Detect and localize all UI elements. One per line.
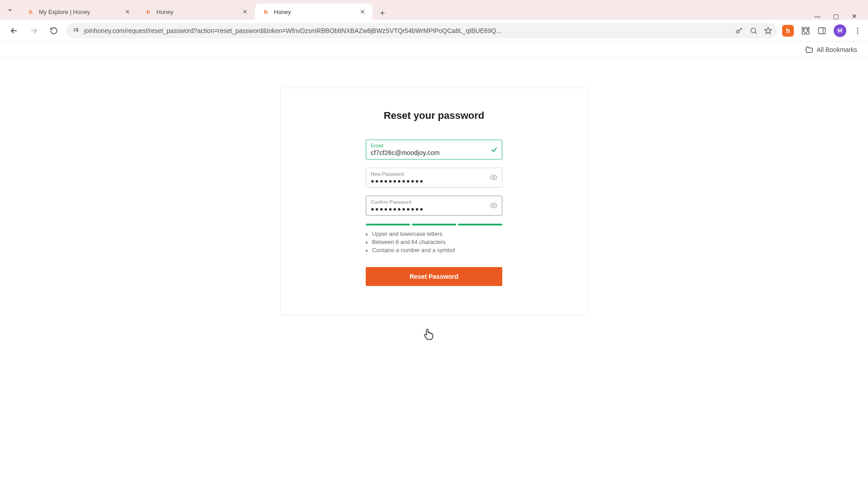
new-tab-button[interactable]: ＋ bbox=[375, 5, 390, 20]
email-label: Email bbox=[371, 143, 486, 148]
profile-initial: M bbox=[838, 27, 843, 34]
nav-forward-button[interactable] bbox=[26, 23, 42, 38]
honey-favicon-icon: h bbox=[145, 8, 152, 15]
browser-tab-0[interactable]: h My Explore | Honey ✕ bbox=[20, 4, 137, 20]
window-minimize-button[interactable]: — bbox=[814, 13, 821, 20]
new-password-label: New Password bbox=[371, 171, 486, 177]
svg-point-16 bbox=[493, 205, 495, 207]
zoom-icon[interactable] bbox=[750, 27, 758, 35]
nav-reload-button[interactable] bbox=[46, 23, 61, 38]
svg-point-6 bbox=[736, 30, 739, 33]
browser-tab-1[interactable]: h Honey ✕ bbox=[137, 4, 255, 20]
bookmarks-bar: All Bookmarks bbox=[0, 42, 868, 58]
ext-initial: h bbox=[786, 27, 790, 34]
reload-icon bbox=[50, 27, 58, 35]
toolbar-right-actions: h M bbox=[782, 24, 862, 37]
arrow-right-icon bbox=[30, 27, 38, 35]
svg-rect-10 bbox=[819, 28, 826, 33]
chevron-down-icon bbox=[7, 7, 13, 13]
pointer-cursor-icon bbox=[424, 328, 433, 340]
password-strength-meter bbox=[366, 224, 502, 225]
browser-tab-2[interactable]: h Honey ✕ bbox=[255, 4, 373, 20]
tab-close-button[interactable]: ✕ bbox=[125, 9, 130, 15]
omnibox-url: joinhoney.com/request/reset_password?act… bbox=[84, 27, 731, 34]
confirm-password-field[interactable]: Confirm Password ●●●●●●●●●●●● bbox=[366, 196, 502, 216]
honey-extension-button[interactable]: h bbox=[782, 25, 794, 37]
tab-title: Honey bbox=[274, 9, 355, 15]
extensions-puzzle-icon[interactable] bbox=[801, 26, 810, 35]
svg-point-7 bbox=[751, 28, 756, 33]
svg-marker-9 bbox=[765, 27, 772, 33]
eye-icon[interactable] bbox=[490, 174, 498, 182]
honey-favicon-icon: h bbox=[262, 8, 269, 15]
eye-icon[interactable] bbox=[490, 202, 498, 210]
side-panel-icon[interactable] bbox=[817, 26, 826, 35]
honey-favicon-icon: h bbox=[27, 8, 34, 15]
svg-point-15 bbox=[493, 177, 495, 179]
nav-back-button[interactable] bbox=[6, 23, 22, 38]
kebab-menu-icon[interactable] bbox=[854, 27, 862, 35]
svg-point-5 bbox=[77, 30, 78, 31]
password-rule: Contains a number and a symbol bbox=[372, 246, 502, 254]
confirm-password-value: ●●●●●●●●●●●● bbox=[371, 206, 486, 212]
window-maximize-button[interactable]: ▢ bbox=[833, 13, 839, 20]
page-content: Reset your password Email cf7cf26c@moodj… bbox=[0, 88, 868, 488]
svg-point-4 bbox=[77, 28, 78, 29]
reset-password-card: Reset your password Email cf7cf26c@moodj… bbox=[280, 88, 588, 315]
all-bookmarks-link[interactable]: All Bookmarks bbox=[817, 46, 857, 53]
new-password-value: ●●●●●●●●●●●● bbox=[371, 178, 486, 184]
folder-icon bbox=[805, 46, 813, 54]
profile-avatar[interactable]: M bbox=[834, 24, 846, 37]
checkmark-icon bbox=[491, 146, 498, 153]
password-rule: Between 8 and 64 characters bbox=[372, 238, 502, 246]
omnibox[interactable]: joinhoney.com/request/reset_password?act… bbox=[66, 23, 778, 38]
arrow-left-icon bbox=[10, 27, 18, 35]
chrome-toolbar: joinhoney.com/request/reset_password?act… bbox=[0, 20, 868, 42]
omnibox-right-icons bbox=[735, 27, 772, 35]
password-key-icon[interactable] bbox=[735, 27, 743, 35]
tab-title: My Explore | Honey bbox=[39, 9, 120, 15]
email-field[interactable]: Email cf7cf26c@moodjoy.com bbox=[366, 140, 502, 160]
svg-point-13 bbox=[857, 30, 859, 31]
window-controls: — ▢ ✕ bbox=[814, 13, 863, 20]
vertical-scrollbar[interactable] bbox=[862, 88, 867, 488]
window-close-button[interactable]: ✕ bbox=[852, 13, 857, 20]
tab-close-button[interactable]: ✕ bbox=[360, 9, 365, 15]
svg-point-14 bbox=[857, 32, 859, 33]
confirm-password-label: Confirm Password bbox=[371, 199, 486, 205]
tab-close-button[interactable]: ✕ bbox=[242, 9, 248, 15]
tab-search-dropdown[interactable] bbox=[0, 0, 20, 20]
svg-point-12 bbox=[857, 28, 859, 29]
reset-password-button[interactable]: Reset Password bbox=[366, 267, 502, 286]
email-value: cf7cf26c@moodjoy.com bbox=[371, 149, 486, 156]
tab-title: Honey bbox=[156, 9, 238, 15]
new-password-field[interactable]: New Password ●●●●●●●●●●●● bbox=[366, 168, 502, 188]
site-info-icon[interactable] bbox=[71, 27, 80, 35]
bookmark-star-icon[interactable] bbox=[764, 27, 772, 35]
chrome-tab-strip: h My Explore | Honey ✕ h Honey ✕ h Honey… bbox=[0, 0, 868, 20]
card-title: Reset your password bbox=[313, 110, 555, 122]
password-rule: Upper and lowercase letters bbox=[372, 230, 502, 238]
password-rules-list: Upper and lowercase letters Between 8 an… bbox=[366, 230, 502, 254]
svg-line-8 bbox=[755, 32, 757, 34]
